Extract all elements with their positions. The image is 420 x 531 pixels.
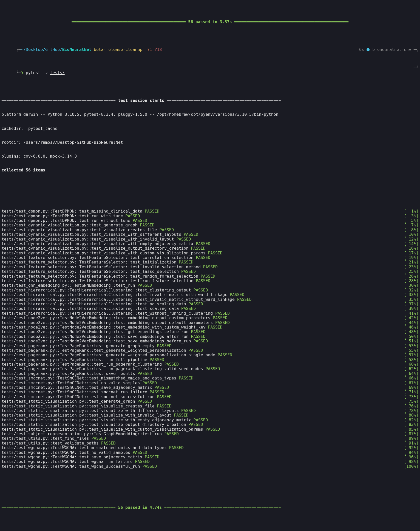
test-status: PASSED: [193, 418, 208, 422]
test-pct: [ 26%]: [404, 274, 418, 279]
test-pct: [ 55%]: [404, 348, 418, 353]
test-row: tests/test_utils.py::test_validate_paths…: [2, 441, 418, 446]
test-row: tests/test_pagerank.py::TestPageRank::te…: [2, 348, 418, 353]
test-pct: [ 41%]: [404, 311, 418, 316]
test-pct: [ 32%]: [404, 288, 418, 292]
test-row: tests/test_node2vec.py::TestNode2VecEmbe…: [2, 325, 418, 330]
test-row: tests/test_node2vec.py::TestNode2VecEmbe…: [2, 320, 418, 325]
test-row: tests/test_static_visualization.py::test…: [2, 413, 418, 418]
rootdir-line: rootdir: /Users/ramosv/Desktop/GitHub/Bi…: [2, 140, 418, 145]
cachedir-line: cachedir: .pytest_cache: [2, 126, 418, 131]
test-row: tests/test_wgcna.py::TestWGCNA::test_wgc…: [2, 459, 418, 464]
test-row: tests/test_utils.py::test_find_files PAS…: [2, 436, 418, 441]
test-status: PASSED: [205, 427, 220, 432]
test-row: tests/test_dynamic_visualization.py::tes…: [2, 237, 418, 242]
prompt-corner-bottom-right-icon: ─╯: [414, 66, 418, 70]
prompt-corner-right-icon: ─╮: [411, 47, 418, 52]
test-row: tests/test_pagerank.py::TestPageRank::te…: [2, 353, 418, 357]
test-row: tests/test_pagerank.py::TestPageRank::te…: [2, 358, 418, 362]
test-id: tests/test_wgcna.py::TestWGCNA::test_sav…: [2, 455, 145, 459]
test-row: tests/test_hierarchical.py::TestHierarch…: [2, 302, 418, 306]
hex-icon: ⬢: [366, 47, 370, 52]
test-id: tests/test_wgcna.py::TestWGCNA::test_wgc…: [2, 464, 142, 469]
test-status: PASSED: [196, 255, 211, 260]
test-status: PASSED: [91, 436, 106, 441]
test-id: tests/test_feature_selector.py::TestFeat…: [2, 255, 196, 260]
test-row: tests/test_dynamic_visualization.py::tes…: [2, 242, 418, 246]
test-id: tests/test_node2vec.py::TestNode2VecEmbe…: [2, 315, 213, 320]
test-pct: [ 39%]: [404, 306, 418, 311]
test-status: PASSED: [191, 329, 205, 334]
test-pct: [ 94%]: [404, 450, 418, 455]
test-id: tests/test_node2vec.py::TestNode2VecEmbe…: [2, 339, 193, 343]
test-row: tests/test_dynamic_visualization.py::tes…: [2, 232, 418, 237]
prompt-corner-icon: ╭─: [16, 47, 21, 52]
prompt-command-line-1[interactable]: ╰─❯ pytest -v tests/ ─╯: [2, 66, 418, 80]
test-row: tests/test_dpmon.py::TestDPMON::test_mis…: [2, 209, 418, 214]
test-row: tests/test_wgcna.py::TestWGCNA::test_no_…: [2, 450, 418, 455]
test-pct: [ 19%]: [404, 255, 418, 260]
test-row: tests/test_wgcna.py::TestWGCNA::test_mis…: [2, 446, 418, 450]
test-pct: [ 92%]: [404, 446, 418, 450]
test-pct: [ 23%]: [404, 265, 418, 269]
test-id: tests/test_hierarchical.py::TestHierarch…: [2, 302, 189, 306]
test-id: tests/test_utils.py::test_validate_paths: [2, 441, 101, 446]
test-pct: [ 35%]: [404, 297, 418, 302]
prompt-corner-bottom-icon: ╰─: [16, 70, 21, 75]
test-id: tests/test_subject_representation.py::Te…: [2, 431, 164, 436]
test-status: PASSED: [181, 306, 196, 311]
prompt-line-2: ╭─~/Desktop/GitHub/BioNeuralNet beta-rel…: [2, 528, 418, 531]
test-row: tests/test_feature_selector.py::TestFeat…: [2, 279, 418, 283]
test-pct: [ 76%]: [404, 404, 418, 408]
test-status: PASSED: [142, 464, 157, 469]
test-status: PASSED: [189, 302, 203, 306]
plugins-line: plugins: cov-6.0.0, mock-3.14.0: [2, 154, 418, 159]
test-pct: [ 82%]: [404, 418, 418, 422]
test-id: tests/test_dynamic_visualization.py::tes…: [2, 246, 191, 251]
test-id: tests/test_dpmon.py::TestDPMON::test_run…: [2, 218, 133, 223]
test-status: PASSED: [191, 334, 205, 339]
test-row: tests/test_smccnet.py::TestSmCCNet::test…: [2, 376, 418, 380]
test-status: PASSED: [157, 394, 172, 399]
test-row: tests/test_hierarchical.py::TestHierarch…: [2, 306, 418, 311]
test-pct: [ 37%]: [404, 302, 418, 306]
test-row: tests/test_hierarchical.py::TestHierarch…: [2, 288, 418, 292]
test-pct: [ 44%]: [404, 320, 418, 325]
test-row: tests/test_feature_selector.py::TestFeat…: [2, 269, 418, 274]
test-pct: [ 71%]: [404, 390, 418, 394]
test-id: tests/test_dynamic_visualization.py::tes…: [2, 232, 184, 237]
test-id: tests/test_hierarchical.py::TestHierarch…: [2, 292, 230, 297]
collected-line: collected 56 items: [2, 168, 418, 172]
test-status: PASSED: [230, 292, 244, 297]
prompt-path-prefix: ~/Desktop/GitHub/: [21, 47, 62, 52]
terminal[interactable]: ════════════════════════════════════════…: [0, 0, 420, 531]
session-start-sep: ========================================…: [2, 98, 418, 103]
test-pct: [ 25%]: [404, 269, 418, 274]
test-pct: [ 64%]: [404, 371, 418, 376]
test-pct: [ 48%]: [404, 330, 418, 334]
test-row: tests/test_smccnet.py::TestSmCCNet::test…: [2, 395, 418, 399]
test-id: tests/test_node2vec.py::TestNode2VecEmbe…: [2, 320, 215, 325]
test-status: PASSED: [208, 251, 223, 255]
test-pct: [ 28%]: [404, 279, 418, 283]
test-id: tests/test_pagerank.py::TestPageRank::te…: [2, 348, 189, 353]
test-pct: [ 80%]: [404, 413, 418, 418]
test-id: tests/test_node2vec.py::TestNode2VecEmbe…: [2, 325, 208, 330]
test-id: tests/test_wgcna.py::TestWGCNA::test_wgc…: [2, 459, 135, 464]
test-status: PASSED: [203, 264, 218, 269]
prompt-time: 6s: [359, 47, 364, 52]
test-status: PASSED: [181, 408, 196, 413]
test-id: tests/test_feature_selector.py::TestFeat…: [2, 269, 181, 274]
test-status: PASSED: [174, 413, 189, 418]
test-row: tests/test_smccnet.py::TestSmCCNet::test…: [2, 381, 418, 385]
test-status: PASSED: [237, 297, 252, 302]
test-pct: [ 69%]: [404, 385, 418, 390]
test-id: tests/test_feature_selector.py::TestFeat…: [2, 274, 201, 279]
test-status: PASSED: [189, 348, 203, 353]
test-pct: [ 42%]: [404, 316, 418, 320]
command-text: pytest -v: [26, 70, 50, 75]
test-pct: [ 57%]: [404, 353, 418, 357]
test-status: PASSED: [164, 431, 179, 436]
test-id: tests/test_pagerank.py::TestPageRank::te…: [2, 366, 205, 371]
test-status: PASSED: [215, 320, 230, 325]
